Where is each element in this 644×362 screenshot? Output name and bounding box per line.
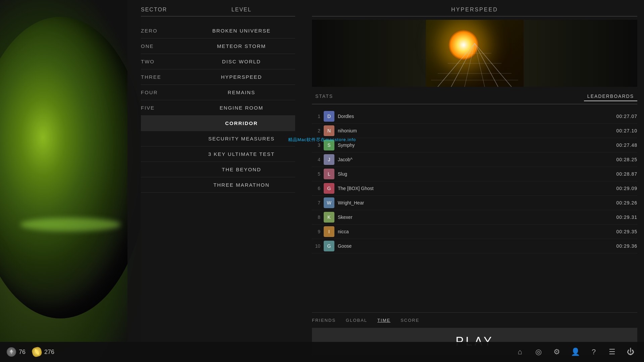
crystal-icon xyxy=(7,347,16,357)
filter-global[interactable]: GLOBAL xyxy=(346,318,367,323)
svg-line-3 xyxy=(475,43,485,87)
lb-avatar: K xyxy=(324,212,334,223)
lb-time: 00:29.31 xyxy=(616,215,638,220)
leaderboard-row: 7WWright_Hear00:29.26 xyxy=(312,196,637,210)
panel-title: HYPERSPEED xyxy=(312,7,637,16)
level-sector xyxy=(141,136,188,141)
level-row[interactable]: ZEROBROKEN UNIVERSE xyxy=(141,23,295,39)
lb-avatar: N xyxy=(324,125,334,136)
level-name: BROKEN UNIVERSE xyxy=(188,28,295,34)
lb-name: Skexer xyxy=(338,215,613,220)
lb-rank: 10 xyxy=(312,243,320,249)
leaderboard-row: 9Inicca00:29.35 xyxy=(312,225,637,239)
level-row[interactable]: TWODISC WORLD xyxy=(141,54,295,69)
nav-icons: ⌂◎⚙👤?☰⏻ xyxy=(513,345,637,359)
lb-avatar: I xyxy=(324,226,334,237)
lb-rank: 2 xyxy=(312,128,320,133)
level-row[interactable]: 3 KEY ULTIMATE TEST xyxy=(141,146,295,162)
level-select-panel: SECTOR LEVEL ZEROBROKEN UNIVERSEONEMETEO… xyxy=(127,0,309,362)
currency-area: 76 276 xyxy=(7,347,54,357)
lb-avatar: G xyxy=(324,183,334,194)
lb-name: nihonium xyxy=(338,128,613,133)
filter-score[interactable]: SCORE xyxy=(400,318,419,323)
lb-time: 00:28.25 xyxy=(616,157,638,162)
leaderboard-row: 6GThe [BOX] Ghost00:29.09 xyxy=(312,181,637,196)
leaderboard: 1DDordles00:27.072Nnihonium00:27.103SSym… xyxy=(312,109,637,312)
lb-rank: 8 xyxy=(312,215,320,220)
level-row[interactable]: FOURREMAINS xyxy=(141,85,295,100)
level-row[interactable]: THREEHYPERSPEED xyxy=(141,69,295,85)
level-sector xyxy=(141,167,188,172)
level-name: THE BEYOND xyxy=(188,167,295,172)
svg-line-0 xyxy=(438,43,475,87)
level-name: CORRIDOR xyxy=(188,120,295,126)
filter-time[interactable]: TIME xyxy=(377,318,390,323)
lb-rank: 6 xyxy=(312,186,320,191)
lb-avatar: J xyxy=(324,154,334,165)
level-sector: TWO xyxy=(141,59,188,64)
level-sector xyxy=(141,120,188,126)
level-name: METEOR STORM xyxy=(188,43,295,49)
level-sector xyxy=(141,182,188,188)
power-icon[interactable]: ⏻ xyxy=(624,345,637,359)
right-panel: HYPERSPEED S xyxy=(309,0,644,362)
tab-stats[interactable]: STATS xyxy=(312,92,336,101)
bottom-bar: 76 276 ⌂◎⚙👤?☰⏻ xyxy=(0,342,644,362)
level-sector: ZERO xyxy=(141,28,188,34)
leaderboard-row: 2Nnihonium00:27.10 xyxy=(312,124,637,138)
level-row[interactable]: THE BEYOND xyxy=(141,162,295,177)
lb-time: 00:27.10 xyxy=(616,128,638,133)
level-header: SECTOR LEVEL xyxy=(141,7,295,16)
leaderboard-row: 1DDordles00:27.07 xyxy=(312,109,637,124)
list-icon[interactable]: ☰ xyxy=(605,345,619,359)
level-name: 3 KEY ULTIMATE TEST xyxy=(188,151,295,157)
lb-name: Symphy xyxy=(338,142,613,148)
level-row[interactable]: SECURITY MEASURES xyxy=(141,131,295,146)
lb-rank: 7 xyxy=(312,200,320,205)
level-row[interactable]: CORRIDOR xyxy=(141,116,295,131)
lb-avatar: D xyxy=(324,111,334,122)
filter-friends[interactable]: FRIENDS xyxy=(312,318,336,323)
leaderboard-row: 3SSymphy00:27.48 xyxy=(312,138,637,153)
lb-time: 00:27.07 xyxy=(616,114,638,119)
leaderboard-row: 8KSkexer00:29.31 xyxy=(312,210,637,225)
level-name: HYPERSPEED xyxy=(188,74,295,80)
level-sector: FIVE xyxy=(141,105,188,111)
currency-2-value: 276 xyxy=(44,349,54,356)
lb-avatar: W xyxy=(324,197,334,208)
level-preview xyxy=(312,20,637,87)
lb-time: 00:29.09 xyxy=(616,186,638,191)
svg-line-1 xyxy=(451,43,475,87)
level-name: THREE MARATHON xyxy=(188,182,295,188)
lb-name: Dordles xyxy=(338,114,613,119)
lb-name: Wright_Hear xyxy=(338,200,613,205)
lb-time: 00:29.26 xyxy=(616,200,638,205)
level-name: REMAINS xyxy=(188,89,295,95)
currency-2: 276 xyxy=(32,347,54,357)
help-icon[interactable]: ? xyxy=(587,345,600,359)
home-icon[interactable]: ⌂ xyxy=(513,345,527,359)
gear-icon[interactable]: ⚙ xyxy=(550,345,564,359)
lb-avatar: L xyxy=(324,169,334,179)
filter-row[interactable]: FRIENDSGLOBALTIMESCORE xyxy=(312,312,637,326)
level-row[interactable]: FIVEENGINE ROOM xyxy=(141,100,295,116)
stats-tabs: STATSLEADERBOARDS xyxy=(312,92,637,104)
leaderboard-row: 10GGoose00:29.36 xyxy=(312,239,637,253)
users-icon[interactable]: 👤 xyxy=(569,345,582,359)
preview-road xyxy=(312,20,637,87)
lb-time: 00:27.48 xyxy=(616,142,638,148)
level-name: SECURITY MEASURES xyxy=(188,136,295,141)
tab-leaderboards[interactable]: LEADERBOARDS xyxy=(584,92,637,101)
level-column-header: LEVEL xyxy=(188,7,295,16)
lb-rank: 3 xyxy=(312,142,320,148)
level-row[interactable]: ONEMETEOR STORM xyxy=(141,39,295,54)
currency-1: 76 xyxy=(7,347,25,357)
compass-icon[interactable]: ◎ xyxy=(532,345,545,359)
svg-line-4 xyxy=(475,43,498,87)
lb-rank: 4 xyxy=(312,157,320,162)
lb-name: Slug xyxy=(338,171,613,177)
level-row[interactable]: THREE MARATHON xyxy=(141,177,295,193)
currency-1-value: 76 xyxy=(19,349,25,356)
lb-time: 00:28.87 xyxy=(616,171,638,177)
lb-name: Jacob^ xyxy=(338,157,613,162)
